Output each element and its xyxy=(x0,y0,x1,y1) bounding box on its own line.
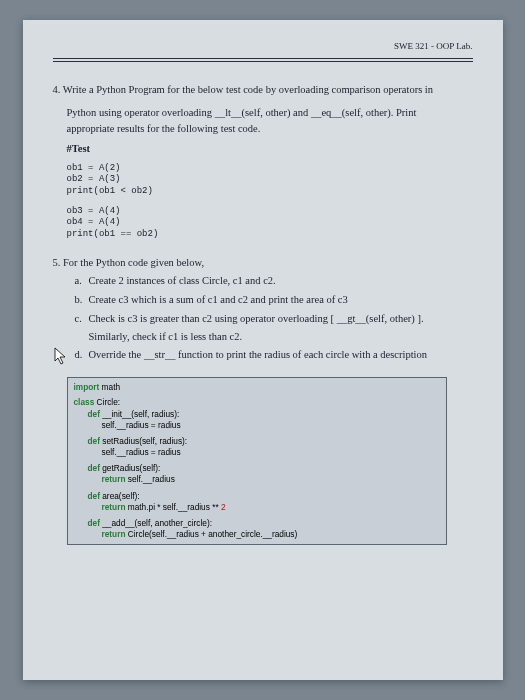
q5-c: Check is c3 is greater than c2 using ope… xyxy=(89,313,424,324)
q4-number: 4. xyxy=(53,84,61,95)
test-code-2: ob3 = A(4) ob4 = A(4) print(ob1 == ob2) xyxy=(67,206,473,241)
cursor-icon xyxy=(53,346,69,366)
test-code-1: ob1 = A(2) ob2 = A(3) print(ob1 < ob2) xyxy=(67,163,473,198)
q5-c-letter: c. xyxy=(75,311,89,327)
q5-c-cont: Similarly, check if c1 is less than c2. xyxy=(89,329,473,345)
q5-number: 5. xyxy=(53,257,61,268)
header-rule xyxy=(53,61,473,62)
q5-a: Create 2 instances of class Circle, c1 a… xyxy=(89,275,276,286)
q5-b: Create c3 which is a sum of c1 and c2 an… xyxy=(89,294,348,305)
code-box: import math class Circle: def __init__(s… xyxy=(67,377,447,545)
question-4: 4. Write a Python Program for the below … xyxy=(53,82,473,241)
q5-intro: For the Python code given below, xyxy=(63,257,204,268)
test-header: #Test xyxy=(67,141,473,157)
question-5: 5. For the Python code given below, a.Cr… xyxy=(53,255,473,364)
q5-b-letter: b. xyxy=(75,292,89,308)
q4-line2: Python using operator overloading __lt__… xyxy=(67,105,473,121)
q5-a-letter: a. xyxy=(75,273,89,289)
q4-line3: appropriate results for the following te… xyxy=(67,121,473,137)
q5-d: Override the __str__ function to print t… xyxy=(89,349,428,360)
q5-d-letter: d. xyxy=(75,347,89,363)
page-header: SWE 321 - OOP Lab. xyxy=(53,40,473,59)
q4-line1: Write a Python Program for the below tes… xyxy=(63,84,433,95)
